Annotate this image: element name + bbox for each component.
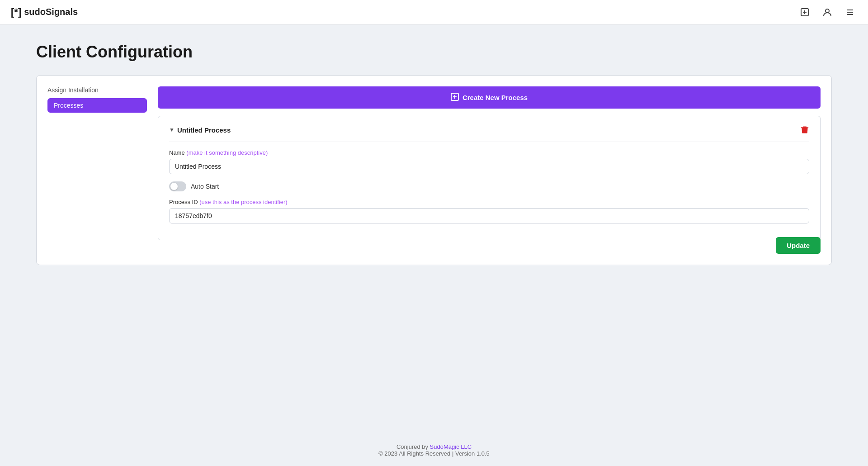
config-panel: Assign Installation Processes Create New… [36,75,832,265]
navbar: [*] sudoSignals [0,0,868,24]
brand-logo: [*] sudoSignals [11,6,78,18]
name-form-group: Name (make it something descriptive) [169,149,809,174]
name-hint: (make it something descriptive) [186,149,268,156]
sidebar-item-processes[interactable]: Processes [47,98,147,113]
brand-name: sudoSignals [24,7,78,17]
add-button[interactable] [797,5,812,19]
create-process-button[interactable]: Create New Process [158,86,821,109]
process-id-label: Process ID (use this as the process iden… [169,199,809,205]
auto-start-toggle[interactable] [169,181,186,191]
name-input[interactable] [169,159,809,174]
update-button[interactable]: Update [776,237,821,254]
page-title: Client Configuration [36,43,832,62]
brand-signals: Signals [46,7,78,17]
process-title-text: Untitled Process [177,126,231,134]
main-content: Client Configuration Assign Installation… [0,24,868,434]
process-card-header: ▼ Untitled Process [169,125,809,134]
chevron-down-icon: ▼ [169,127,175,133]
hamburger-icon [845,8,854,17]
process-card: ▼ Untitled Process Name (m [158,116,821,240]
footer-company-link[interactable]: SudoMagic LLC [430,443,472,450]
footer-conjured: Conjured by SudoMagic LLC [9,443,859,450]
plus-box-icon [451,93,459,101]
delete-process-button[interactable] [800,125,809,134]
user-button[interactable] [820,5,835,19]
add-icon [800,8,809,17]
footer-copyright: © 2023 All Rights Reserved | Version 1.0… [9,450,859,457]
user-icon [823,8,832,17]
sidebar-section-title: Assign Installation [47,86,147,94]
process-id-form-group: Process ID (use this as the process iden… [169,199,809,223]
trash-icon [800,125,809,134]
auto-start-row: Auto Start [169,181,809,191]
process-id-input[interactable] [169,208,809,223]
footer: Conjured by SudoMagic LLC © 2023 All Rig… [0,434,868,466]
config-main: Create New Process ▼ Untitled Process [158,86,821,254]
update-btn-wrapper: Update [776,237,821,254]
config-sidebar: Assign Installation Processes [47,86,147,254]
auto-start-label: Auto Start [191,183,219,190]
create-process-icon [451,93,459,102]
navbar-icons [797,5,857,19]
brand-sudo: sudo [24,7,46,17]
process-id-hint: (use this as the process identifier) [199,199,287,205]
svg-point-3 [826,9,829,13]
card-divider [169,142,809,142]
name-label: Name (make it something descriptive) [169,149,809,156]
menu-button[interactable] [843,5,857,19]
create-process-label: Create New Process [462,94,528,101]
brand-bracket: [*] [11,6,21,18]
process-card-title: ▼ Untitled Process [169,126,231,134]
